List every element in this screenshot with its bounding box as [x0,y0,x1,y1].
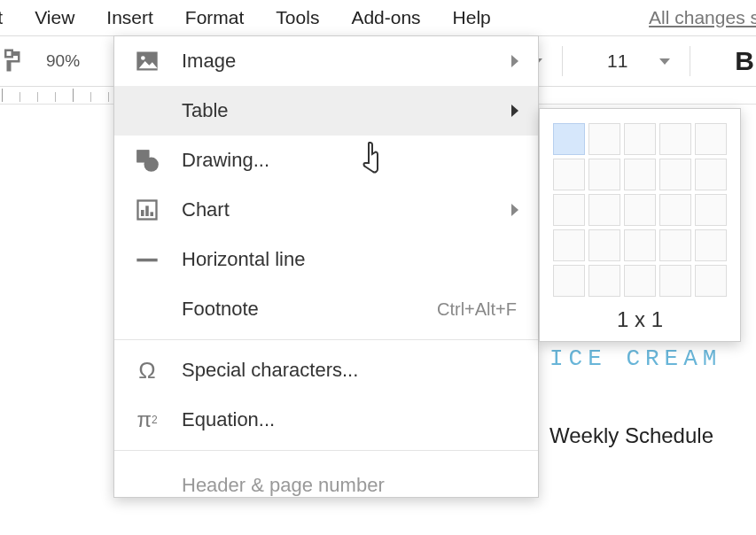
bold-button[interactable]: B [710,46,754,76]
svg-point-1 [141,56,145,60]
omega-icon: Ω [134,357,160,384]
table-grid-cell[interactable] [659,229,691,261]
menu-format[interactable]: Format [169,0,261,35]
table-grid-cell[interactable] [553,159,585,190]
table-grid-cell[interactable] [695,229,727,261]
menuitem-image[interactable]: Image [114,36,538,86]
document-heading: Weekly Schedule [549,423,721,448]
table-grid-cell[interactable] [624,159,656,190]
menuitem-chart[interactable]: Chart [114,185,538,235]
menu-tools[interactable]: Tools [260,0,335,35]
toolbar-separator [690,46,690,76]
table-grid-cell[interactable] [659,159,691,190]
svg-rect-10 [151,212,154,216]
menuitem-drawing[interactable]: Drawing... [114,136,538,185]
table-grid-cell[interactable] [624,229,656,261]
menu-view[interactable]: View [19,0,90,35]
table-grid-cell[interactable] [695,194,727,226]
table-grid-cell[interactable] [624,123,656,155]
table-grid-cell[interactable] [695,159,727,190]
svg-rect-8 [141,210,144,216]
menuitem-label: Table [182,99,511,122]
table-grid-cell[interactable] [588,194,620,226]
table-grid-cell[interactable] [588,123,620,155]
chart-icon [134,197,160,223]
toolbar-separator [562,46,563,76]
insert-menu: Image Table Drawing... Chart Horizontal … [113,35,539,498]
menuitem-label: Equation... [182,408,518,431]
menuitem-label: Drawing... [182,149,518,172]
menuitem-label: Image [182,50,511,73]
paint-format-icon[interactable] [0,47,28,75]
table-grid-cell[interactable] [624,194,656,226]
menu-insert[interactable]: Insert [90,0,169,35]
table-size-flyout: 1 x 1 [539,108,741,342]
zoom-level[interactable]: 90% [37,51,89,71]
table-grid-cell[interactable] [659,123,691,155]
table-grid-cell[interactable] [553,123,585,155]
menuitem-table[interactable]: Table [114,86,538,136]
svg-rect-5 [136,150,149,162]
table-grid-cell[interactable] [588,229,620,261]
menuitem-label: Footnote [182,298,437,321]
horizontal-line-icon [134,246,160,273]
table-grid-cell[interactable] [659,194,691,226]
table-grid-cell[interactable] [695,265,727,297]
table-grid-cell[interactable] [553,265,585,297]
image-icon [134,48,160,74]
table-grid-cell[interactable] [588,159,620,190]
pi-icon: π2 [134,407,160,433]
font-size-field[interactable]: 11 [582,50,652,72]
menuitem-special-characters[interactable]: Ω Special characters... [114,345,538,395]
table-grid-cell[interactable] [624,265,656,297]
table-grid-cell[interactable] [695,123,727,155]
menuitem-label: Header & page number [182,474,518,497]
menuitem-horizontal-line[interactable]: Horizontal line [114,235,538,284]
chevron-right-icon [511,204,518,216]
decor-sub-text: ICE CREAM [549,345,721,372]
menuitem-label: Horizontal line [182,248,518,271]
menuitem-label: Chart [182,198,511,221]
menu-divider [114,339,538,340]
changes-saved-link[interactable]: All changes s [649,0,756,35]
menubar: lit View Insert Format Tools Add-ons Hel… [0,0,756,35]
table-grid-cell[interactable] [553,229,585,261]
menuitem-footnote[interactable]: Footnote Ctrl+Alt+F [114,284,538,334]
svg-rect-9 [145,205,149,216]
menu-divider [114,450,538,451]
chevron-right-icon [511,105,518,117]
table-grid-cell[interactable] [588,265,620,297]
font-size-caret-icon[interactable] [659,58,670,65]
menu-help[interactable]: Help [437,0,507,35]
chevron-right-icon [511,55,518,67]
table-size-label: 1 x 1 [550,297,729,332]
table-size-grid[interactable] [550,123,729,297]
menuitem-equation[interactable]: π2 Equation... [114,395,538,445]
menuitem-label: Special characters... [182,359,518,382]
shortcut-label: Ctrl+Alt+F [437,299,517,320]
table-grid-cell[interactable] [659,265,691,297]
menu-edit-partial[interactable]: lit [0,0,19,35]
table-grid-cell[interactable] [553,194,585,226]
shapes-icon [134,147,160,174]
menu-addons[interactable]: Add-ons [335,0,436,35]
menuitem-header-page-number[interactable]: Header & page number [114,456,538,497]
svg-rect-11 [136,259,157,262]
